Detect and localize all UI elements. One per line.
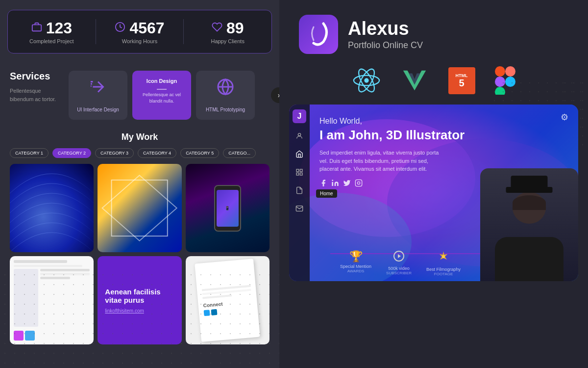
cat-tab-5[interactable]: CATEGORY 5	[180, 148, 219, 158]
award-title-1: AWARDS	[347, 269, 365, 273]
home-tooltip: Home	[316, 189, 337, 198]
globe-icon	[217, 78, 234, 99]
stat-clients: 89 Happy Clients	[183, 19, 257, 44]
cat-tab-4[interactable]: CATEGORY 4	[138, 148, 176, 158]
my-work-title: My Work	[10, 132, 270, 142]
svg-marker-8	[112, 180, 168, 236]
service-card-icon-design[interactable]: Icon Design Pellentesque ac vel blandit …	[132, 71, 191, 120]
svg-rect-18	[495, 77, 505, 87]
cv-greeting: Hello World,	[319, 117, 568, 126]
svg-marker-36	[398, 254, 401, 258]
portfolio-link[interactable]: linkofthisitem.com	[105, 308, 174, 314]
award-play-icon	[393, 250, 405, 265]
cv-sidebar-mail-icon[interactable]	[295, 205, 303, 214]
services-cards: UI Interface Design Icon Design Pellente…	[69, 71, 270, 120]
service-card-html[interactable]: HTML Prototyping	[196, 71, 255, 120]
card-divider	[157, 89, 167, 90]
service-card-label-html: HTML Prototyping	[206, 107, 245, 112]
stats-bar: 123 Completed Project 4567 Working Hours	[7, 10, 272, 53]
svg-point-19	[505, 77, 515, 87]
award-item-2: 500k video SUBSCRIBER	[386, 250, 412, 276]
award-item-3: Best Filmography FOOTAGE	[426, 250, 461, 276]
stat-label-completed: Completed Project	[29, 38, 74, 44]
portfolio-item-4[interactable]	[10, 256, 94, 344]
facebook-icon[interactable]	[319, 179, 327, 188]
cv-sidebar-grid-icon[interactable]	[295, 168, 303, 178]
svg-rect-26	[296, 169, 299, 172]
linkedin-icon[interactable]	[331, 179, 339, 188]
brand-text-area: Alexus Portfolio Online CV	[348, 18, 568, 51]
briefcase-icon	[31, 22, 42, 35]
cat-tab-2[interactable]: CATEGORY 2	[52, 148, 91, 158]
vue-logo	[400, 66, 429, 95]
stat-hours: 4567 Working Hours	[96, 19, 169, 44]
svg-point-37	[442, 255, 445, 258]
stat-number-clients: 89	[226, 19, 244, 37]
service-card-desc-icon: Pellentesque ac vel blandit nulla.	[138, 92, 185, 104]
award-title-3: FOOTAGE	[434, 272, 453, 276]
award-title-2: SUBSCRIBER	[386, 271, 412, 275]
award-label-1: Special Mention	[340, 264, 371, 269]
html5-logo: HTML 5	[448, 67, 475, 94]
svg-rect-20	[495, 87, 505, 95]
svg-rect-28	[296, 173, 299, 175]
svg-rect-27	[300, 169, 302, 172]
cv-card: J Home	[289, 105, 578, 281]
brand-subtitle: Portfolio Online CV	[348, 40, 568, 51]
awards-row: 🏆 Special Mention AWARDS 500k video SUBS…	[330, 250, 470, 276]
svg-rect-0	[32, 25, 41, 31]
stat-completed: 123 Completed Project	[23, 19, 81, 44]
figma-logo	[495, 66, 515, 95]
cv-sidebar: J Home	[289, 105, 310, 281]
cv-sidebar-user-icon[interactable]	[295, 132, 303, 141]
stat-label-clients: Happy Clients	[211, 38, 244, 44]
instagram-icon[interactable]	[355, 179, 363, 188]
award-label-2: 500k video	[388, 266, 410, 271]
heart-icon	[212, 22, 222, 35]
cat-tab-3[interactable]: CATEGORY 3	[95, 148, 134, 158]
stat-number-hours: 4567	[129, 19, 164, 37]
twitter-icon[interactable]	[343, 179, 351, 188]
brand-name: Alexus	[348, 18, 568, 39]
portfolio-item-1[interactable]	[10, 164, 94, 252]
portfolio-item-3[interactable]: 📱	[186, 164, 270, 252]
branding-area: Alexus Portfolio Online CV	[279, 0, 588, 64]
award-item-1: 🏆 Special Mention AWARDS	[340, 250, 371, 276]
service-card-title-icon: Icon Design	[147, 78, 177, 84]
award-star-icon	[437, 250, 450, 266]
stat-number-completed: 123	[46, 19, 72, 37]
services-left: Services Pellentesque bibendum ac tortor…	[10, 71, 64, 103]
svg-marker-9	[102, 175, 177, 240]
svg-rect-17	[505, 66, 515, 77]
cv-name: I am John, 3D Illustrator	[319, 128, 568, 143]
service-card-ui[interactable]: UI Interface Design	[69, 71, 127, 120]
left-panel: 123 Completed Project 4567 Working Hours	[0, 0, 279, 368]
award-label-3: Best Filmography	[426, 267, 461, 272]
cat-tab-1[interactable]: CATEGORY 1	[10, 148, 49, 158]
category-tabs: CATEGORY 1 CATEGORY 2 CATEGORY 3 CATEGOR…	[10, 148, 270, 158]
portfolio-grid: 📱	[10, 164, 270, 344]
portfolio-item-6[interactable]: Connect	[186, 256, 270, 344]
cv-sidebar-home-icon[interactable]: Home	[295, 150, 303, 159]
my-work-section: My Work CATEGORY 1 CATEGORY 2 CATEGORY 3…	[0, 127, 279, 349]
brand-logo	[299, 15, 338, 54]
svg-rect-29	[300, 173, 302, 175]
svg-rect-30	[332, 182, 333, 186]
award-trophy-icon: 🏆	[349, 250, 363, 263]
svg-point-33	[357, 182, 360, 184]
tech-logos: HTML 5	[279, 64, 588, 105]
portfolio-text: Aenean facilisis vitae purus	[105, 288, 174, 304]
portfolio-item-5[interactable]: Aenean facilisis vitae purus linkofthisi…	[98, 256, 181, 344]
react-logo	[352, 66, 381, 95]
svg-rect-16	[495, 66, 505, 77]
cat-tab-6[interactable]: CATEGO...	[223, 148, 256, 158]
portfolio-item-2[interactable]	[98, 164, 181, 252]
cv-sidebar-doc-icon[interactable]	[295, 186, 303, 196]
svg-point-31	[332, 180, 333, 181]
services-title: Services	[10, 71, 64, 82]
cv-description: Sed imperdiet enim ligula, vitae viverra…	[319, 149, 447, 173]
wand-icon	[89, 78, 107, 99]
cv-sidebar-letter: J	[293, 109, 306, 123]
svg-point-34	[360, 181, 361, 182]
next-arrow[interactable]: ›	[271, 87, 279, 103]
